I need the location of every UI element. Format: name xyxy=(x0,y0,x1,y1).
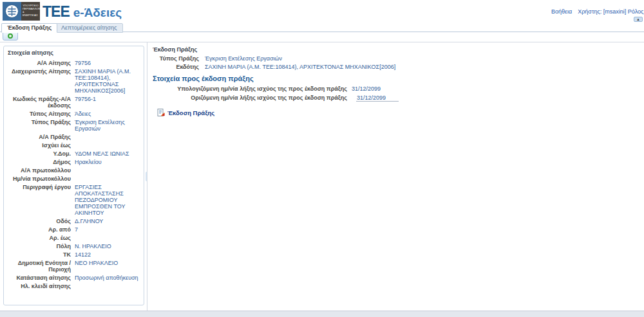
field-value xyxy=(75,167,140,174)
field-label: Οδός xyxy=(8,218,71,224)
app-title-rest: e-Άδειες xyxy=(73,6,122,19)
issue-act-panel: Έκδοση Πράξης Τύπος Πράξης Έγκριση Εκτέλ… xyxy=(147,42,643,311)
field-label: Δημοτική Ενότητα / Περιοχή xyxy=(8,260,71,273)
toolbar xyxy=(0,32,644,42)
main-field-grid: Τύπος Πράξης Έγκριση Εκτέλεσης Εργασιών … xyxy=(153,55,643,70)
app-header: ΥΠΟΥΡΓΕΙΟ ΠΕΡΙΒΑΛΛΟΝΤΟΣ & ΕΝΕΡΓΕΙΑΣ ΤΕΕe… xyxy=(0,0,644,23)
defined-expiry-input[interactable] xyxy=(356,95,399,102)
refresh-icon xyxy=(8,33,13,39)
help-link[interactable]: Βοήθεια xyxy=(551,8,572,15)
section-title-issue-details: Στοιχεία προς έκδοση πράξης xyxy=(153,75,643,82)
issue-act-button-label: Έκδοση Πράξης xyxy=(167,109,214,116)
field-value: Έγκριση Εκτέλεσης Εργασιών xyxy=(75,119,140,132)
field-value: Ν. ΗΡΑΚΛΕΙΟ xyxy=(75,243,140,249)
field-label: Εκδότης xyxy=(153,64,199,70)
chevron-up-icon: ▲ xyxy=(636,17,640,21)
field-label: Ημ/νία πρωτοκόλλου xyxy=(8,176,71,182)
field-value: 79756-1 xyxy=(75,96,140,109)
field-value: 79756 xyxy=(75,60,140,66)
sidebar-field-grid: Α/Α Αίτησης 79756 Διαχειριστής Αίτησης Σ… xyxy=(8,60,140,289)
field-value: Προσωρινή αποθήκευση xyxy=(75,275,140,281)
bottom-bar xyxy=(0,311,644,317)
application-info-panel: Στοιχεία αίτησης Α/Α Αίτησης 79756 Διαχε… xyxy=(3,46,144,305)
header-collapse-button[interactable]: ▲ xyxy=(634,17,643,22)
field-label: Τύπος Πράξης xyxy=(8,119,71,132)
field-label: Ηλ. κλειδί αίτησης xyxy=(8,283,71,289)
field-label: Α/Α Πράξης xyxy=(8,134,71,140)
field-label: Κωδικός πράξης-Α/Α έκδοσης xyxy=(8,96,71,109)
issue-act-button[interactable]: Έκδοση Πράξης xyxy=(157,109,214,116)
field-value: Ηρακλείου xyxy=(75,159,140,165)
field-value: ΥΔΟΜ ΝΕΑΣ ΙΩΝΙΑΣ xyxy=(75,150,140,157)
computed-expiry-label: Υπολογιζόμενη ημ/νία λήξης ισχύος της πρ… xyxy=(153,86,347,92)
user-role-label: Χρήστης: [msaxini] Ρόλος: [Μηχανικός] xyxy=(578,8,644,15)
field-value xyxy=(75,134,140,140)
ministry-emblem-icon xyxy=(3,2,21,21)
field-value: Άδειες xyxy=(75,111,140,117)
field-label: Πόλη xyxy=(8,243,71,249)
field-value xyxy=(75,283,140,289)
field-label: Περιγραφή έργου xyxy=(8,184,71,216)
defined-expiry-label: Οριζόμενη ημ/νία λήξης ισχύος της προς έ… xyxy=(153,95,347,101)
tab-application-details[interactable]: Λεπτομέρειες αίτησης xyxy=(55,23,123,33)
field-value: 7 xyxy=(75,226,140,233)
field-label: Τύπος Αίτησης xyxy=(8,111,71,117)
field-label: Α/Α πρωτοκόλλου xyxy=(8,167,71,174)
tab-issue-act[interactable]: Έκδοση Πράξης xyxy=(1,23,57,33)
field-label: Υ.Δομ. xyxy=(8,150,71,157)
field-value: ΣΑΧΙΝΗ ΜΑΡΙΑ (Α.Μ. ΤΕΕ:108414), ΑΡΧΙΤΕΚΤ… xyxy=(75,68,140,94)
field-label: Α/Α Αίτησης xyxy=(8,60,71,66)
field-value: 14122 xyxy=(75,251,140,258)
field-label: Ισχύει έως xyxy=(8,142,71,149)
field-value: Δ.ΓΛΗΝΟΥ xyxy=(75,218,140,224)
issue-act-icon xyxy=(157,109,165,116)
tab-strip: Έκδοση Πράξης Λεπτομέρειες αίτησης xyxy=(0,23,644,32)
field-value xyxy=(75,235,140,241)
computed-expiry-value: 31/12/2099 xyxy=(352,86,643,92)
field-label: Αρ. από xyxy=(8,226,71,233)
field-label: Διαχειριστής Αίτησης xyxy=(8,68,71,94)
field-value: Έγκριση Εκτέλεσης Εργασιών xyxy=(205,55,643,62)
sidebar-title: Στοιχεία αίτησης xyxy=(8,50,140,56)
main-panel-title: Έκδοση Πράξης xyxy=(153,46,643,53)
field-value: ΕΡΓΑΣΙΕΣ ΑΠΟΚΑΤΑΣΤΑΣΗΣ ΠΕΖΟΔΡΟΜΙΟΥ ΕΜΠΡΟ… xyxy=(75,184,140,216)
ministry-label: ΥΠΟΥΡΓΕΙΟ ΠΕΡΙΒΑΛΛΟΝΤΟΣ & ΕΝΕΡΓΕΙΑΣ xyxy=(21,2,40,21)
field-label: Τύπος Πράξης xyxy=(153,55,199,62)
field-value xyxy=(75,176,140,182)
field-value: ΝΕΟ ΗΡΑΚΛΕΙΟ xyxy=(75,260,140,273)
field-label: Δήμος xyxy=(8,159,71,165)
app-title: ΤΕΕe-Άδειες xyxy=(43,3,122,21)
field-label: Κατάσταση αίτησης xyxy=(8,275,71,281)
header-links: Βοήθεια Χρήστης: [msaxini] Ρόλος: [Μηχαν… xyxy=(551,8,644,15)
expiry-date-grid: Υπολογιζόμενη ημ/νία λήξης ισχύος της πρ… xyxy=(153,86,643,102)
app-title-tee: ΤΕΕ xyxy=(43,3,70,20)
field-value xyxy=(75,142,140,149)
field-label: Αρ. έως xyxy=(8,235,71,241)
field-value: ΣΑΧΙΝΗ ΜΑΡΙΑ (Α.Μ. ΤΕΕ:108414), ΑΡΧΙΤΕΚΤ… xyxy=(205,64,643,70)
field-label: ΤΚ xyxy=(8,251,71,258)
